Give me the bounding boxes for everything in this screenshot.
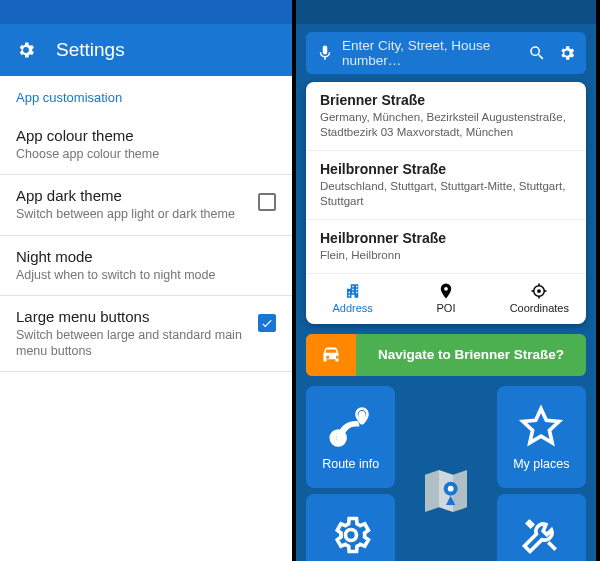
tile-map[interactable] bbox=[401, 463, 490, 519]
building-icon bbox=[344, 282, 362, 300]
gear-icon bbox=[16, 40, 36, 60]
search-results: Brienner Straße Germany, München, Bezirk… bbox=[306, 82, 586, 324]
setting-night-mode[interactable]: Night mode Adjust when to switch to nigh… bbox=[0, 236, 292, 296]
gear-icon[interactable] bbox=[558, 44, 576, 62]
setting-title: Large menu buttons bbox=[16, 308, 248, 325]
navigate-button[interactable]: Navigate to Brienner Straße? bbox=[306, 334, 586, 376]
checkbox-checked[interactable] bbox=[258, 314, 276, 332]
tab-label: Coordinates bbox=[510, 302, 569, 314]
setting-title: Night mode bbox=[16, 248, 276, 265]
tile-my-places[interactable]: My places bbox=[497, 386, 586, 488]
tools-icon bbox=[519, 513, 563, 557]
search-result[interactable]: Heilbronner Straße Flein, Heilbronn bbox=[306, 220, 586, 274]
tab-address[interactable]: Address bbox=[306, 282, 399, 314]
app-bar: Settings bbox=[0, 24, 292, 76]
section-header: App customisation bbox=[0, 76, 292, 115]
tile-route-info[interactable]: Route info bbox=[306, 386, 395, 488]
navigation-screen: Enter City, Street, House number… Brienn… bbox=[296, 0, 596, 561]
status-bar bbox=[0, 0, 292, 24]
page-title: Settings bbox=[56, 39, 125, 61]
result-title: Heilbronner Straße bbox=[320, 230, 572, 246]
tile-tools[interactable]: Tools bbox=[497, 494, 586, 561]
tile-label: Route info bbox=[322, 457, 379, 471]
search-result[interactable]: Heilbronner Straße Deutschland, Stuttgar… bbox=[306, 151, 586, 220]
tab-label: POI bbox=[437, 302, 456, 314]
mic-icon[interactable] bbox=[316, 44, 334, 62]
star-icon bbox=[519, 405, 563, 449]
settings-screen: Settings App customisation App colour th… bbox=[0, 0, 296, 561]
result-sub: Deutschland, Stuttgart, Stuttgart-Mitte,… bbox=[320, 179, 572, 209]
tab-poi[interactable]: POI bbox=[399, 282, 492, 314]
status-bar bbox=[296, 0, 596, 24]
setting-large-buttons[interactable]: Large menu buttons Switch between large … bbox=[0, 296, 292, 373]
setting-title: App dark theme bbox=[16, 187, 248, 204]
map-icon bbox=[418, 463, 474, 519]
gear-icon bbox=[329, 513, 373, 557]
navigate-label: Navigate to Brienner Straße? bbox=[356, 347, 586, 362]
pin-icon bbox=[437, 282, 455, 300]
search-icon[interactable] bbox=[528, 44, 546, 62]
svg-point-1 bbox=[538, 290, 540, 292]
result-sub: Germany, München, Bezirksteil Augustenst… bbox=[320, 110, 572, 140]
setting-sub: Switch between large and standard main m… bbox=[16, 327, 248, 360]
search-placeholder: Enter City, Street, House number… bbox=[342, 38, 520, 68]
target-icon bbox=[530, 282, 548, 300]
car-icon bbox=[306, 334, 356, 376]
menu-tiles: Route info My places Settings Tools bbox=[296, 386, 596, 561]
route-icon bbox=[329, 405, 373, 449]
checkbox-unchecked[interactable] bbox=[258, 193, 276, 211]
tab-label: Address bbox=[332, 302, 372, 314]
setting-dark-theme[interactable]: App dark theme Switch between app light … bbox=[0, 175, 292, 235]
result-title: Heilbronner Straße bbox=[320, 161, 572, 177]
setting-sub: Choose app colour theme bbox=[16, 146, 276, 162]
svg-point-5 bbox=[448, 485, 454, 491]
svg-point-6 bbox=[345, 529, 356, 540]
tab-coordinates[interactable]: Coordinates bbox=[493, 282, 586, 314]
result-sub: Flein, Heilbronn bbox=[320, 248, 572, 263]
search-result[interactable]: Brienner Straße Germany, München, Bezirk… bbox=[306, 82, 586, 151]
result-title: Brienner Straße bbox=[320, 92, 572, 108]
setting-sub: Adjust when to switch to night mode bbox=[16, 267, 276, 283]
tile-label: My places bbox=[513, 457, 569, 471]
setting-sub: Switch between app light or dark theme bbox=[16, 206, 248, 222]
tile-settings[interactable]: Settings bbox=[306, 494, 395, 561]
setting-colour-theme[interactable]: App colour theme Choose app colour theme bbox=[0, 115, 292, 175]
result-tabs: Address POI Coordinates bbox=[306, 274, 586, 324]
setting-title: App colour theme bbox=[16, 127, 276, 144]
search-bar[interactable]: Enter City, Street, House number… bbox=[306, 32, 586, 74]
